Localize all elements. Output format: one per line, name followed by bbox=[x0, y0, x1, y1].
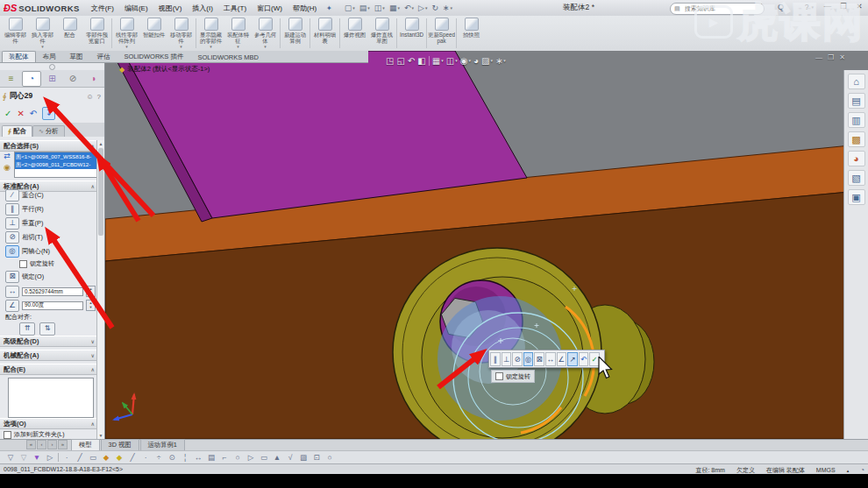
subtab-analysis[interactable]: ∿ 分析 bbox=[32, 125, 65, 137]
menu-item-5[interactable]: 工具(T) bbox=[219, 2, 251, 15]
popup-angle-button[interactable]: ∠ bbox=[557, 352, 567, 366]
home-icon[interactable]: ⌂ bbox=[848, 74, 865, 89]
collapse-chevron-icon[interactable]: ∧ bbox=[91, 421, 95, 427]
scroll-down-icon[interactable]: ▼ bbox=[97, 432, 104, 439]
mate-parallel-button[interactable]: ∥ 平行(R) bbox=[0, 202, 98, 216]
filter-dimensions-icon[interactable]: ↔ bbox=[193, 452, 203, 463]
expand-chevron-icon[interactable]: ∨ bbox=[91, 352, 95, 358]
subtab-mates[interactable]: ∮ 配合 bbox=[2, 125, 32, 137]
insert-components-button[interactable]: 插入零部件▾ bbox=[29, 17, 56, 49]
filter-centerline-icon[interactable]: ¦ bbox=[180, 452, 190, 463]
add-to-new-folder-row[interactable]: 添加到新文件夹(L) bbox=[0, 430, 98, 439]
previous-view-icon[interactable]: ↶ bbox=[408, 54, 415, 67]
status-units[interactable]: MMGS bbox=[816, 467, 836, 473]
angle-input[interactable] bbox=[22, 301, 83, 310]
mate-perpendicular-button[interactable]: ⊥ 垂直(P) bbox=[0, 216, 98, 230]
distance-spinner[interactable]: ▲ ▼ bbox=[86, 286, 96, 297]
mate-button[interactable]: 配合 bbox=[56, 17, 83, 49]
cancel-button[interactable]: ✕ bbox=[17, 109, 24, 118]
print-button[interactable]: ▦▾ bbox=[388, 2, 402, 14]
menu-item-3[interactable]: 视图(V) bbox=[154, 2, 187, 15]
search-box[interactable]: ▤ bbox=[670, 3, 765, 15]
menu-item-4[interactable]: 插入(I) bbox=[188, 2, 217, 15]
filter-notes-icon[interactable]: ⌐ bbox=[219, 452, 230, 463]
instant3d-button[interactable]: Instant3D bbox=[398, 17, 425, 49]
tab-3d-views[interactable]: 3D 视图 bbox=[101, 439, 139, 450]
popup-concentric-button[interactable]: ◎ bbox=[523, 352, 534, 366]
search-icon[interactable]: Q bbox=[778, 3, 784, 11]
filter-clear-all-icon[interactable]: ▽ bbox=[18, 452, 29, 463]
section-options[interactable]: 选项(O) ∧ bbox=[0, 418, 98, 429]
filter-vertices-icon[interactable]: ∙ bbox=[61, 452, 72, 463]
view-settings-icon[interactable]: ∗▾ bbox=[495, 54, 506, 67]
section-mechanical-mates[interactable]: 机械配合(A) ∨ bbox=[0, 350, 98, 361]
tab-nav-button-4[interactable]: » bbox=[58, 440, 68, 449]
floating-feature-tree-root[interactable]: ◆ 装配体2 (默认<显示状态-1>) bbox=[119, 65, 210, 74]
new-document-button[interactable]: ▢▾ bbox=[343, 2, 357, 14]
edit-component-button[interactable]: 编辑零部件 bbox=[2, 17, 29, 49]
section-mate-selections[interactable]: 配合选择(S) ∧ bbox=[0, 140, 98, 152]
menu-item-2[interactable]: 编辑(E) bbox=[120, 2, 153, 15]
popup-tangent-button[interactable]: ⊘ bbox=[512, 352, 523, 366]
move-component-button[interactable]: 移动零部件▾ bbox=[167, 17, 195, 49]
filter-faces-icon[interactable]: ▼ bbox=[32, 452, 42, 463]
spin-down-icon[interactable]: ▼ bbox=[89, 292, 93, 296]
bill-of-materials-button[interactable]: 材料明细表 bbox=[311, 17, 338, 49]
apply-scene-icon[interactable]: ▨▾ bbox=[481, 54, 493, 67]
lock-rotation-row[interactable]: 锁定旋转 bbox=[0, 259, 98, 268]
menu-pin-icon[interactable]: ✦ bbox=[321, 4, 338, 12]
filter-frames-icon[interactable]: ◆ bbox=[114, 452, 125, 463]
filter-sketch-segments-icon[interactable]: ╱ bbox=[127, 452, 138, 463]
filter-solid-bodies-icon[interactable]: ◆ bbox=[101, 452, 111, 463]
panel-splitter[interactable] bbox=[0, 63, 104, 70]
tab-solidworks-mbd[interactable]: SOLIDWORKS MBD bbox=[190, 52, 266, 62]
multiple-mate-mode-icon[interactable]: ◉ bbox=[4, 163, 11, 172]
filter-toggle-icon[interactable]: ▽ bbox=[5, 452, 16, 463]
smart-fasteners-button[interactable]: 智能扣件 bbox=[140, 17, 167, 49]
collapse-chevron-icon[interactable]: ∧ bbox=[91, 143, 95, 149]
minimize-button[interactable]: — bbox=[822, 2, 833, 11]
featuremanager-tree-tab[interactable]: ≡ bbox=[2, 71, 20, 87]
filter-annotations-icon[interactable]: ▤ bbox=[206, 452, 217, 463]
tab-layout[interactable]: 布局 bbox=[36, 51, 63, 62]
spin-down-icon[interactable]: ▼ bbox=[89, 306, 93, 310]
menu-item-6[interactable]: 窗口(W) bbox=[253, 2, 287, 15]
collapse-chevron-icon[interactable]: ∧ bbox=[91, 366, 95, 372]
distance-input[interactable] bbox=[22, 287, 83, 296]
hide-show-items-icon[interactable]: ◉▾ bbox=[460, 54, 471, 67]
feedback-icon[interactable]: ☺ bbox=[86, 93, 93, 101]
popup-distance-button[interactable]: ↔ bbox=[545, 352, 556, 366]
filter-routing-points-icon[interactable]: ○ bbox=[324, 452, 335, 463]
zoom-to-fit-icon[interactable]: ◳ bbox=[386, 54, 394, 67]
tab-nav-button-1[interactable]: « bbox=[26, 440, 36, 449]
help-dropdown-icon[interactable]: ▾ bbox=[811, 4, 814, 11]
ok-button[interactable]: ✓ bbox=[4, 109, 11, 118]
keep-visible-pin-button[interactable]: ↧ bbox=[42, 107, 55, 120]
section-mates-list[interactable]: 配合(E) ∧ bbox=[0, 364, 98, 375]
filter-edges-icon[interactable]: ╱ bbox=[75, 452, 85, 463]
popup-ok-button[interactable]: ✓ bbox=[589, 352, 600, 366]
filter-surface-bodies-icon[interactable]: ▭ bbox=[88, 452, 98, 463]
popup-flip-alignment-button[interactable]: ↗ bbox=[567, 352, 578, 366]
view-palette-icon[interactable]: ▩ bbox=[848, 131, 865, 147]
filter-surface-finish-symbols-icon[interactable]: √ bbox=[285, 452, 295, 463]
lock-rotation-checkbox[interactable] bbox=[19, 260, 27, 268]
tab-nav-button-2[interactable]: ‹ bbox=[37, 440, 46, 449]
show-hidden-components-button[interactable]: 显示隐藏的零部件▾ bbox=[197, 17, 224, 49]
tab-model[interactable]: 模型 bbox=[71, 439, 100, 450]
scrollbar-thumb[interactable] bbox=[98, 148, 103, 236]
restore-button[interactable]: ❒ bbox=[838, 2, 849, 11]
document-close-button[interactable]: ✕ bbox=[839, 53, 845, 61]
close-button[interactable]: ✕ bbox=[854, 2, 864, 11]
filter-midpoints-icon[interactable]: ÷ bbox=[153, 452, 164, 463]
add-to-new-folder-checkbox[interactable] bbox=[4, 431, 11, 439]
aligned-button[interactable]: ⇈ bbox=[19, 322, 35, 336]
displaymanager-tab[interactable]: ◑ bbox=[84, 71, 103, 87]
status-tag-icon[interactable]: ◔ bbox=[860, 466, 864, 474]
popup-lock-button[interactable]: ⊠ bbox=[534, 352, 544, 366]
filter-sketch-points-icon[interactable]: ∙ bbox=[140, 452, 151, 463]
swap-mate-entities-icon[interactable]: ⇄ bbox=[4, 152, 11, 160]
linear-component-pattern-button[interactable]: 线性零部件阵列▾ bbox=[113, 17, 140, 49]
new-motion-study-button[interactable]: 新建运动算例 bbox=[281, 17, 309, 49]
menu-item-7[interactable]: 帮助(H) bbox=[288, 2, 321, 15]
